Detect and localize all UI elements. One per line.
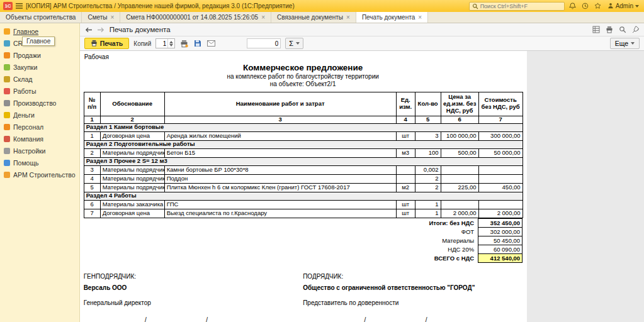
print-preview-area[interactable]: Рабочая Коммерческое предложение на комп… — [80, 51, 644, 322]
send-email-icon[interactable] — [206, 40, 216, 47]
total-row-fot: ФОТ 302 000,00 — [84, 227, 523, 236]
col-number: 5 — [415, 116, 441, 123]
tab-print-document[interactable]: Печать документа × — [356, 12, 428, 23]
page-header: Печать документа — [80, 23, 644, 36]
close-tab-icon[interactable]: × — [111, 14, 115, 21]
page-header-icons — [592, 26, 640, 33]
page-title: Печать документа — [110, 26, 171, 33]
page-setup-icon[interactable] — [179, 40, 189, 48]
sidebar-item-money[interactable]: Деньги — [0, 109, 79, 121]
copies-input[interactable] — [156, 40, 167, 47]
item-row: 5 Материалы подрядчика Плитка Мюнхен h 6… — [84, 183, 523, 192]
total-row-vat: НДС 20% 60 090,00 — [84, 245, 523, 253]
section-row: Раздел 4 Работы — [84, 192, 523, 200]
col-header: Кол-во — [415, 92, 441, 116]
item-row: 3 Материалы подрядчика Камни бортовые БР… — [84, 165, 523, 174]
signatures-block: ГЕНПОДРЯДЧИК: Версаль ООО Генеральный ди… — [84, 273, 523, 322]
document-corner-label: Рабочая — [84, 53, 523, 60]
sidebar-item-personnel[interactable]: Персонал — [0, 121, 79, 133]
col-header: Цена за ед.изм. без НДС, руб — [441, 92, 478, 116]
sidebar-item-main[interactable]: Главное — [0, 25, 79, 37]
table-header-row: № п/п Обоснование Наименование работ и з… — [84, 92, 523, 116]
col-number: 3 — [164, 116, 396, 123]
sidebar-tooltip: Главное — [22, 36, 55, 46]
stepper-arrows[interactable] — [167, 39, 174, 48]
sidebar-item-sales[interactable]: Продажи — [0, 49, 79, 61]
chevron-down-icon — [635, 5, 639, 8]
help-icon — [4, 160, 10, 166]
sidebar-item-company[interactable]: Компания — [0, 133, 79, 145]
step-up-icon[interactable] — [169, 41, 173, 43]
item-row: 7 Договорная цена Выезд специалиста по г… — [84, 209, 523, 218]
section-row: Раздел 1 Камни бортовые — [84, 123, 523, 131]
document-page: Рабочая Коммерческое предложение на комп… — [80, 51, 527, 322]
forward-button[interactable] — [97, 26, 105, 33]
construction-icon — [4, 172, 10, 178]
col-number: 4 — [396, 116, 415, 123]
tab-estimate-document[interactable]: Смета НФ0000000001 от 14.08.2025 15:26:0… — [120, 12, 271, 23]
sidebar-item-warehouse[interactable]: Склад — [0, 73, 79, 85]
chevron-down-icon — [631, 42, 635, 45]
total-row-grand: ВСЕГО с НДС 412 540,00 — [84, 253, 523, 262]
personnel-icon — [4, 124, 10, 130]
sidebar-item-works[interactable]: Работы — [0, 85, 79, 97]
back-button[interactable] — [84, 26, 93, 33]
printer-icon — [91, 40, 98, 48]
document-title: Коммерческое предложение — [84, 63, 523, 72]
works-table: № п/п Обоснование Наименование работ и з… — [84, 92, 523, 218]
step-down-icon[interactable] — [169, 44, 173, 47]
money-icon — [4, 112, 10, 118]
tab-related-documents[interactable]: Связанные документы × — [271, 12, 356, 23]
total-row-subtotal: Итоги: без НДС 352 450,00 — [84, 218, 523, 227]
crm-icon — [4, 40, 10, 47]
tab-estimates[interactable]: Сметы × — [82, 12, 120, 23]
print-toolbar: Печать Копий — [80, 36, 644, 51]
window-titlebar: 1С [КОПИЯ] АРМ Строительства / Управлени… — [0, 0, 644, 12]
sidebar-item-purchases[interactable]: Закупки — [0, 61, 79, 73]
document-object: на объекте: Объект2/1 — [84, 80, 523, 87]
user-name: Admin — [616, 3, 633, 9]
copies-stepper — [155, 38, 175, 48]
item-row: 1 Договорная цена Аренда жилых помещений… — [84, 131, 523, 140]
window-title: [КОПИЯ] АРМ Строительства / Управление н… — [26, 3, 295, 9]
close-tab-icon[interactable]: × — [261, 14, 265, 21]
sidebar-item-help[interactable]: Помощь — [0, 157, 79, 169]
more-button[interactable]: Еще — [610, 38, 640, 49]
col-number: 6 — [441, 116, 478, 123]
main-menu-icon[interactable] — [16, 3, 23, 9]
close-tab-icon[interactable]: × — [346, 14, 350, 21]
tab-construction-objects[interactable]: Объекты строительства — [0, 12, 82, 23]
main-area: Главное CRM Продажи Закупки Склад Работы… — [0, 23, 644, 322]
save-icon[interactable] — [193, 40, 202, 47]
signature-line: _________________ /_________________/ — [303, 316, 523, 322]
col-header: Обоснование — [100, 92, 164, 116]
favorites-star-icon[interactable] — [593, 3, 602, 9]
col-number: 7 — [478, 116, 523, 123]
col-number: 1 — [84, 116, 100, 123]
col-header: Ед. изм. — [396, 92, 415, 116]
autosum-button[interactable]: Σ — [285, 38, 303, 49]
subcontractor-signature: ПОДРЯДЧИК: Общество с ограниченной ответ… — [303, 273, 523, 322]
notifications-bell-icon[interactable] — [568, 3, 577, 9]
find-icon[interactable] — [619, 26, 626, 33]
print-button[interactable]: Печать — [84, 38, 130, 49]
settings-icon — [4, 148, 10, 154]
autosum-value[interactable] — [247, 38, 281, 48]
user-menu[interactable]: Admin — [606, 3, 641, 10]
warehouse-icon — [4, 76, 10, 82]
sidebar-item-arm-construction[interactable]: АРМ Строительство — [0, 169, 79, 180]
history-clock-icon[interactable] — [580, 3, 590, 9]
print-icon[interactable] — [606, 26, 613, 33]
sidebar-item-production[interactable]: Производство — [0, 97, 79, 109]
pin-icon[interactable] — [632, 26, 640, 33]
global-search[interactable] — [469, 2, 565, 11]
chevron-down-icon — [296, 42, 300, 45]
close-tab-icon[interactable]: × — [418, 14, 422, 21]
signature-line: _________________ /_________________/ — [84, 316, 303, 322]
search-input[interactable] — [480, 3, 557, 9]
item-row: 6 Материалы заказчика ГПС шт 1 — [84, 200, 523, 209]
sidebar-item-settings[interactable]: Настройки — [0, 145, 79, 157]
search-icon — [472, 1, 478, 12]
spreadsheet-icon[interactable] — [592, 26, 600, 33]
home-icon — [4, 28, 10, 35]
